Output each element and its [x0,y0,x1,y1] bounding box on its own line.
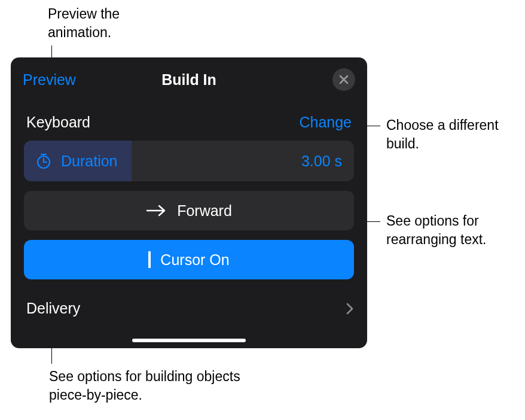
direction-control[interactable]: Forward [24,191,354,230]
build-in-panel: Preview Build In Keyboard Change Duratio… [11,57,367,348]
home-indicator [132,339,246,342]
callout-delivery: See options for building objects piece-b… [49,367,258,404]
chevron-right-icon [346,302,354,315]
callout-forward: See options for rearranging text. [386,212,518,249]
arrow-right-icon [146,204,166,217]
duration-control[interactable]: Duration 3.00 s [24,141,354,181]
duration-label: Duration [61,153,118,170]
cursor-control[interactable]: Cursor On [24,240,354,279]
stopwatch-icon [35,152,53,170]
duration-active-segment: Duration [24,141,132,181]
preview-button[interactable]: Preview [23,71,76,89]
close-button[interactable] [332,68,355,91]
effect-name-label: Keyboard [26,114,90,131]
effect-section: Keyboard Change [11,99,367,141]
callout-change: Choose a different build. [386,116,506,153]
direction-label: Forward [177,202,232,220]
delivery-label: Delivery [26,300,80,317]
panel-header: Preview Build In [11,57,367,99]
delivery-row[interactable]: Delivery [11,293,367,328]
panel-title: Build In [161,71,216,89]
duration-value: 3.00 s [301,153,342,170]
close-icon [338,74,349,85]
controls-group: Duration 3.00 s Forward Cursor On [11,141,367,279]
callout-preview: Preview the animation. [48,5,155,42]
cursor-icon [148,251,151,268]
cursor-label: Cursor On [160,251,229,269]
change-button[interactable]: Change [299,114,352,131]
